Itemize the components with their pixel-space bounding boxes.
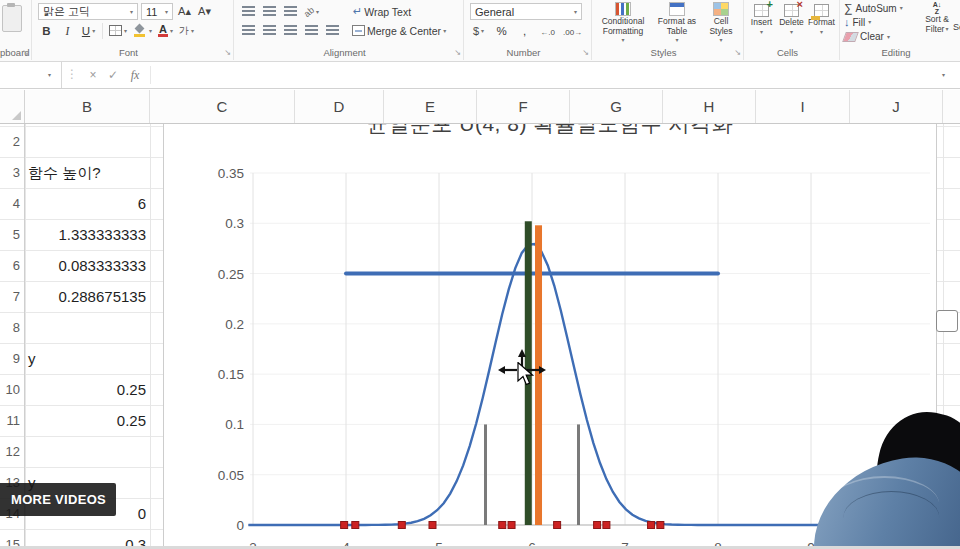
format-button[interactable]: Format [807,4,836,35]
align-top-button[interactable] [240,3,257,20]
conditional-formatting-button[interactable]: Conditional Formatting [596,2,650,43]
align-bottom-button[interactable] [282,3,299,20]
phonetic-guide-button[interactable] [178,22,195,39]
find-select-button[interactable]: Se [953,22,960,32]
select-all-corner[interactable] [0,90,25,123]
wrap-text-button[interactable]: Wrap Text [352,3,412,20]
row-header-2[interactable]: 2 [0,126,24,157]
chart-object[interactable]: 균일분포 U(4, 8) 확률밀도함수 시각화 00.050.10.150.20… [163,124,937,549]
cell-styles-icon [713,2,729,16]
column-header-E[interactable]: E [384,90,477,123]
column-header-B[interactable]: B [25,90,150,123]
wrap-text-icon [353,5,362,18]
chevron-down-icon [868,19,871,25]
row-header-7[interactable]: 7 [0,281,24,312]
delete-button[interactable]: Delete [777,4,806,35]
svg-text:0.35: 0.35 [218,166,244,181]
fill-down-icon [844,16,850,28]
column-header-C[interactable]: C [150,90,295,123]
font-color-button[interactable] [157,22,174,39]
italic-button[interactable]: I [59,22,76,39]
styles-dialog-launcher-icon[interactable] [734,49,741,57]
chevron-down-icon [92,28,95,34]
decrease-indent-button[interactable] [303,22,320,39]
cell-B9[interactable]: y [25,343,149,374]
align-center-button[interactable] [261,22,278,39]
column-header-J[interactable]: J [850,90,943,123]
cancel-button[interactable]: × [84,66,102,84]
number-group: General % , Number [464,0,592,60]
merge-center-button[interactable]: Merge & Center [351,22,447,39]
row-header-9[interactable]: 9 [0,343,24,374]
alignment-dialog-launcher-icon[interactable] [454,49,461,57]
column-header-G[interactable]: G [570,90,663,123]
chevron-down-icon [719,37,722,43]
fill-color-button[interactable] [132,22,153,39]
underline-button[interactable]: U [80,22,97,39]
cell-B4[interactable]: 6 [25,188,149,219]
format-as-table-button[interactable]: Format as Table [654,2,700,43]
row-header-12[interactable]: 12 [0,436,24,467]
insert-button[interactable]: Insert [747,4,776,35]
increase-font-size-button[interactable] [176,3,193,20]
align-left-button[interactable] [240,22,257,39]
row-header-6[interactable]: 6 [0,250,24,281]
row-header-5[interactable]: 5 [0,219,24,250]
column-header-D[interactable]: D [295,90,384,123]
cell-B6[interactable]: 0.083333333 [25,250,149,281]
cell-B10[interactable]: 0.25 [25,374,149,405]
clipboard-dialog-launcher-icon[interactable] [22,49,29,57]
font-dialog-launcher-icon[interactable] [224,49,231,57]
column-header-I[interactable]: I [756,90,850,123]
cell-styles-button[interactable]: Cell Styles [702,2,740,43]
paste-button[interactable] [2,5,22,32]
row-header-4[interactable]: 4 [0,188,24,219]
increase-decimal-button[interactable] [539,22,556,39]
accounting-format-button[interactable] [470,22,487,39]
alignment-group: Wrap Text Merge & Center Alignment [234,0,464,60]
autosum-button[interactable]: AutoSum [844,1,903,15]
align-middle-button[interactable] [261,3,278,20]
row-header-10[interactable]: 10 [0,374,24,405]
increase-indent-button[interactable] [324,22,341,39]
more-videos-button[interactable]: MORE VIDEOS [0,483,116,516]
column-header-F[interactable]: F [477,90,570,123]
font-size-select[interactable]: 11 [141,3,173,20]
row-header-3[interactable]: 3 [0,157,24,188]
decrease-font-size-button[interactable] [196,3,213,20]
comma-style-button[interactable]: , [516,22,533,39]
chevron-down-icon [481,28,484,34]
chart-plot: 00.050.10.150.20.250.30.353456789 [164,124,938,549]
name-box[interactable] [0,62,62,88]
enter-button[interactable]: ✓ [104,66,122,84]
cell-B7[interactable]: 0.288675135 [25,281,149,312]
styles-group: Conditional Formatting Format as Table C… [592,0,744,60]
number-dialog-launcher-icon[interactable] [582,49,589,57]
percent-style-button[interactable]: % [493,22,510,39]
column-header-H[interactable]: H [663,90,756,123]
number-format-select[interactable]: General [470,3,582,20]
row-header-11[interactable]: 11 [0,405,24,436]
insert-function-button[interactable]: fx [126,66,144,84]
fill-button[interactable]: Fill [844,16,871,28]
align-right-button[interactable] [282,22,299,39]
decrease-decimal-button[interactable] [562,22,583,39]
number-group-label: Number [464,47,583,58]
orientation-button[interactable] [303,3,320,20]
increase-indent-icon [326,25,339,36]
sort-filter-button[interactable]: Sort & Filter [920,2,954,34]
row-header-8[interactable]: 8 [0,312,24,343]
cell-B11[interactable]: 0.25 [25,405,149,436]
clear-button[interactable]: Clear [844,31,890,42]
font-name-select[interactable]: 맑은 고딕 [38,3,138,20]
cell-B3[interactable]: 함수 높이? [25,157,149,188]
chevron-down-icon [790,29,793,35]
font-group-label: Font [32,47,225,58]
clipboard-group-label: pboard [0,47,23,58]
chart-resize-handle[interactable] [936,310,958,332]
bold-button[interactable]: B [38,22,55,39]
formula-bar-expand-icon[interactable] [942,72,945,78]
borders-button[interactable] [108,22,128,39]
cell-B5[interactable]: 1.333333333 [25,219,149,250]
increase-decimal-icon [540,25,555,37]
